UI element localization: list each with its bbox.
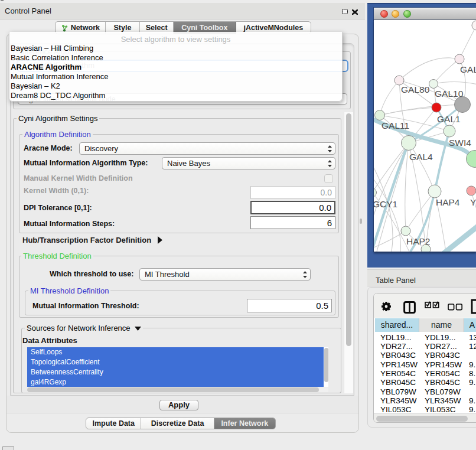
- svg-text:HAP2: HAP2: [406, 236, 431, 246]
- svg-text:GCY1: GCY1: [374, 199, 397, 209]
- svg-text:Y: Y: [470, 197, 476, 207]
- svg-text:GAL4: GAL4: [409, 152, 433, 162]
- svg-text:GAL1: GAL1: [437, 114, 461, 124]
- svg-text:SWI4: SWI4: [449, 138, 471, 148]
- svg-text:GAL80: GAL80: [401, 84, 430, 94]
- svg-text:HAP4: HAP4: [436, 197, 460, 207]
- svg-text:GAL7: GAL7: [460, 64, 476, 74]
- svg-text:GAL10: GAL10: [435, 89, 464, 99]
- svg-text:GAL11: GAL11: [382, 120, 409, 131]
